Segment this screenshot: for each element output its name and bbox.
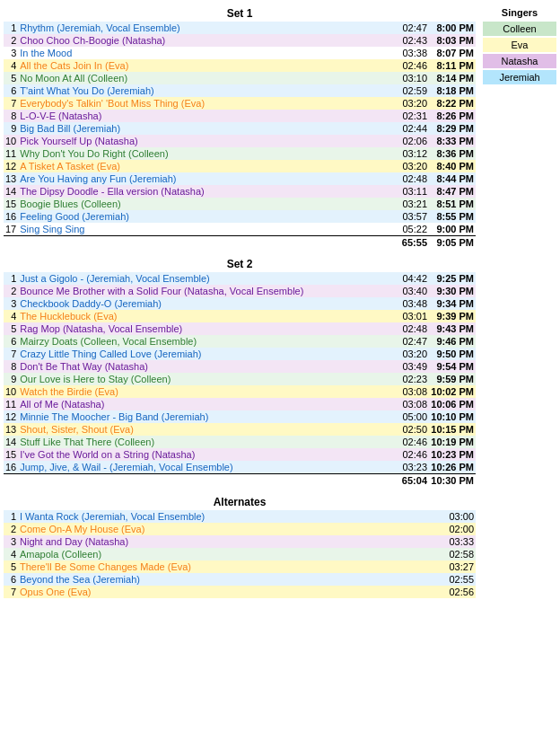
song-duration: 03:10 (395, 72, 429, 84)
song-title: Mairzy Doats (Colleen, Vocal Ensemble) (18, 335, 395, 348)
song-time: 10:19 PM (429, 436, 476, 448)
song-num: 6 (4, 84, 18, 97)
table-row: 15 I've Got the World on a String (Natas… (4, 448, 476, 461)
table-row: 11 All of Me (Natasha) 03:08 10:06 PM (4, 398, 476, 410)
table-row: 11 Why Don't You Do Right (Colleen) 03:1… (4, 147, 476, 160)
table-row: 17 Sing Sing Sing 05:22 9:00 PM (4, 223, 476, 236)
table-row: 4 The Hucklebuck (Eva) 03:01 9:39 PM (4, 310, 476, 322)
song-duration: 03:23 (395, 461, 429, 474)
song-title: Stuff Like That There (Colleen) (18, 436, 395, 448)
table-row: 10 Pick Yourself Up (Natasha) 02:06 8:33… (4, 135, 476, 147)
song-duration: 02:50 (395, 423, 429, 436)
song-duration: 02:46 (395, 448, 429, 461)
song-time: 8:47 PM (429, 185, 476, 198)
song-time: 9:39 PM (429, 310, 476, 322)
song-duration: 02:43 (395, 34, 429, 47)
table-row: 5 There'll Be Some Changes Made (Eva) 03… (4, 560, 476, 573)
sidebar: Singers ColleenEvaNatashaJeremiah (476, 7, 556, 607)
table-row: 7 Opus One (Eva) 02:56 (4, 586, 476, 598)
song-title: Jump, Jive, & Wail - (Jeremiah, Vocal En… (18, 461, 395, 474)
song-time: 8:14 PM (429, 72, 476, 84)
table-row: 1 Rhythm (Jeremiah, Vocal Ensemble) 02:4… (4, 22, 476, 34)
song-time: 9:59 PM (429, 373, 476, 385)
singer-badge: Jeremiah (483, 70, 556, 84)
table-row: 3 Night and Day (Natasha) 03:33 (4, 535, 476, 548)
song-duration: 04:42 (395, 272, 429, 285)
table-row: 5 Rag Mop (Natasha, Vocal Ensemble) 02:4… (4, 322, 476, 335)
song-num: 5 (4, 560, 18, 573)
table-row: 7 Everybody's Talkin' 'Bout Miss Thing (… (4, 97, 476, 110)
song-time: 8:22 PM (429, 97, 476, 110)
table-row: 6 Mairzy Doats (Colleen, Vocal Ensemble)… (4, 335, 476, 348)
song-time: 10:10 PM (429, 410, 476, 423)
table-row: 3 In the Mood 03:38 8:07 PM (4, 47, 476, 59)
song-title: All the Cats Join In (Eva) (18, 59, 395, 72)
table-row: 4 Amapola (Colleen) 02:58 (4, 548, 476, 560)
song-time: 8:33 PM (429, 135, 476, 147)
song-time: 8:11 PM (429, 59, 476, 72)
song-time: 9:34 PM (429, 297, 476, 310)
song-title: In the Mood (18, 47, 395, 59)
song-duration: 02:31 (395, 110, 429, 122)
set1-title: Set 1 (4, 7, 476, 20)
set2-section: Set 2 1 Just a Gigolo - (Jeremiah, Vocal… (4, 258, 476, 487)
set2-total-time: 10:30 PM (429, 474, 476, 488)
table-row: 12 Minnie The Moocher - Big Band (Jeremi… (4, 410, 476, 423)
set2-total-row: 65:04 10:30 PM (4, 474, 476, 488)
song-num: 1 (4, 272, 18, 285)
table-row: 14 Stuff Like That There (Colleen) 02:46… (4, 436, 476, 448)
song-title: Beyond the Sea (Jeremiah) (18, 573, 442, 586)
song-num: 2 (4, 34, 18, 47)
song-time: 8:51 PM (429, 198, 476, 210)
song-duration: 02:48 (395, 172, 429, 185)
song-time: 9:30 PM (429, 285, 476, 297)
song-title: I Wanta Rock (Jeremiah, Vocal Ensemble) (18, 510, 442, 523)
song-num: 17 (4, 223, 18, 236)
table-row: 5 No Moon At All (Colleen) 03:10 8:14 PM (4, 72, 476, 84)
song-duration: 05:22 (395, 223, 429, 236)
song-time: 8:03 PM (429, 34, 476, 47)
song-duration: 02:23 (395, 373, 429, 385)
table-row: 13 Are You Having any Fun (Jeremiah) 02:… (4, 172, 476, 185)
table-row: 2 Choo Choo Ch-Boogie (Natasha) 02:43 8:… (4, 34, 476, 47)
song-title: The Dipsy Doodle - Ella version (Natasha… (18, 185, 395, 198)
song-time: 8:29 PM (429, 122, 476, 135)
song-title: All of Me (Natasha) (18, 398, 395, 410)
song-time: 9:50 PM (429, 348, 476, 360)
song-time: 10:23 PM (429, 448, 476, 461)
alternates-section: Alternates 1 I Wanta Rock (Jeremiah, Voc… (4, 496, 476, 598)
song-title: Rhythm (Jeremiah, Vocal Ensemble) (18, 22, 395, 34)
song-duration: 03:38 (395, 47, 429, 59)
song-num: 3 (4, 535, 18, 548)
song-title: Come On-A My House (Eva) (18, 523, 442, 535)
song-num: 15 (4, 448, 18, 461)
song-duration: 02:47 (395, 335, 429, 348)
song-time: 8:07 PM (429, 47, 476, 59)
song-num: 14 (4, 436, 18, 448)
table-row: 6 T'aint What You Do (Jeremiah) 02:59 8:… (4, 84, 476, 97)
song-duration: 02:56 (442, 586, 476, 598)
song-title: Choo Choo Ch-Boogie (Natasha) (18, 34, 395, 47)
song-num: 8 (4, 110, 18, 122)
song-num: 12 (4, 410, 18, 423)
song-title: Why Don't You Do Right (Colleen) (18, 147, 395, 160)
table-row: 13 Shout, Sister, Shout (Eva) 02:50 10:1… (4, 423, 476, 436)
song-title: Opus One (Eva) (18, 586, 442, 598)
song-title: Just a Gigolo - (Jeremiah, Vocal Ensembl… (18, 272, 395, 285)
song-num: 6 (4, 335, 18, 348)
song-title: Watch the Birdie (Eva) (18, 385, 395, 398)
song-title: Amapola (Colleen) (18, 548, 442, 560)
song-num: 4 (4, 548, 18, 560)
song-title: T'aint What You Do (Jeremiah) (18, 84, 395, 97)
set1-section: Set 1 1 Rhythm (Jeremiah, Vocal Ensemble… (4, 7, 476, 249)
song-title: Sing Sing Sing (18, 223, 395, 236)
sidebar-title: Singers (483, 7, 556, 18)
song-duration: 02:06 (395, 135, 429, 147)
alternates-table: 1 I Wanta Rock (Jeremiah, Vocal Ensemble… (4, 510, 476, 598)
song-duration: 02:58 (442, 548, 476, 560)
song-num: 9 (4, 373, 18, 385)
song-time: 10:26 PM (429, 461, 476, 474)
song-duration: 02:46 (395, 436, 429, 448)
song-time: 8:36 PM (429, 147, 476, 160)
table-row: 6 Beyond the Sea (Jeremiah) 02:55 (4, 573, 476, 586)
